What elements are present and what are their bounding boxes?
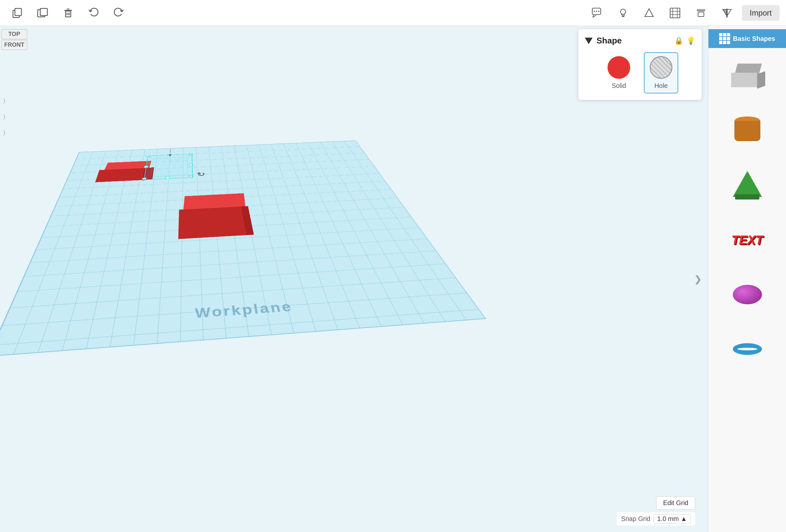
snap-label: Snap Grid: [621, 515, 650, 523]
align-button[interactable]: [690, 2, 712, 24]
bulb-button[interactable]: [612, 2, 634, 24]
undo-button[interactable]: [83, 2, 105, 24]
toolbar: Import: [0, 0, 786, 26]
sidebar-item-pyramid[interactable]: [715, 160, 780, 212]
solid-option[interactable]: Solid: [602, 52, 636, 93]
axis-labels: ) ) ): [3, 97, 5, 136]
main-area: TOP FRONT ) ) ) Workplane: [0, 26, 786, 532]
svg-point-12: [596, 11, 597, 12]
axis-label-2: ): [3, 113, 5, 120]
snap-grid-row: Snap Grid 1.0 mm ▲: [617, 512, 695, 526]
sidebar-item-box[interactable]: [715, 51, 780, 102]
svg-marker-16: [645, 9, 653, 17]
workplane-grid: Workplane: [0, 141, 486, 357]
shape-panel: Shape 🔒 💡 Solid Hole: [578, 29, 702, 100]
shape-panel-actions: 🔒 💡: [674, 37, 695, 45]
scroll-indicator[interactable]: ❯: [694, 274, 702, 285]
axis-label-1: ): [3, 97, 5, 104]
workplane-label: Workplane: [195, 299, 294, 321]
toolbar-left: [6, 2, 130, 24]
sidebar-item-torus[interactable]: [715, 323, 780, 375]
solid-circle-icon: [607, 56, 630, 79]
import-button[interactable]: Import: [742, 5, 780, 21]
duplicate-button[interactable]: [32, 2, 54, 24]
hole-box-selected[interactable]: ▼: [144, 154, 193, 180]
snap-value[interactable]: 1.0 mm ▲: [654, 514, 691, 524]
redo-button[interactable]: [108, 2, 130, 24]
hint-icon[interactable]: 💡: [686, 37, 695, 45]
right-sidebar: Basic Shapes TEXT: [708, 26, 786, 532]
workplane[interactable]: Workplane: [0, 141, 486, 357]
solid-label: Solid: [612, 82, 626, 90]
sidebar-title: Basic Shapes: [733, 35, 775, 43]
shape-toolbar-button[interactable]: [638, 2, 660, 24]
svg-point-14: [621, 9, 626, 14]
view-front-label[interactable]: FRONT: [1, 40, 27, 50]
shape-options: Solid Hole: [585, 52, 695, 93]
red-box-front[interactable]: [178, 193, 252, 239]
grid-icon: [719, 33, 730, 44]
svg-rect-1: [15, 8, 21, 16]
svg-rect-17: [670, 8, 680, 18]
svg-point-11: [594, 11, 595, 12]
sidebar-item-sphere[interactable]: [715, 269, 780, 320]
copy-button[interactable]: [6, 2, 28, 24]
collapse-icon[interactable]: [585, 38, 593, 44]
viewport-controls: Edit Grid Snap Grid 1.0 mm ▲: [617, 496, 695, 526]
mirror-button[interactable]: [716, 2, 738, 24]
hole-option[interactable]: Hole: [644, 52, 678, 93]
svg-rect-23: [698, 12, 704, 17]
view-top-label[interactable]: TOP: [1, 29, 27, 39]
svg-point-13: [598, 11, 599, 12]
sidebar-item-text[interactable]: TEXT: [715, 214, 780, 266]
view-button[interactable]: [664, 2, 686, 24]
edit-grid-button[interactable]: Edit Grid: [656, 496, 695, 510]
delete-button[interactable]: [57, 2, 79, 24]
hole-circle-icon: [650, 56, 672, 79]
comment-button[interactable]: [586, 2, 608, 24]
toolbar-right: Import: [586, 2, 780, 24]
viewport[interactable]: TOP FRONT ) ) ) Workplane: [0, 26, 786, 532]
shape-panel-header: Shape 🔒 💡: [585, 36, 695, 46]
axis-label-3: ): [3, 129, 5, 136]
sidebar-header: Basic Shapes: [709, 29, 786, 48]
rotation-handle[interactable]: ↻: [196, 171, 207, 178]
svg-rect-3: [40, 8, 47, 16]
hole-label: Hole: [654, 82, 668, 90]
sidebar-item-cylinder[interactable]: [715, 105, 780, 157]
lock-icon[interactable]: 🔒: [674, 37, 683, 45]
shape-panel-title: Shape: [597, 36, 670, 46]
view-cube[interactable]: TOP FRONT: [1, 29, 27, 50]
